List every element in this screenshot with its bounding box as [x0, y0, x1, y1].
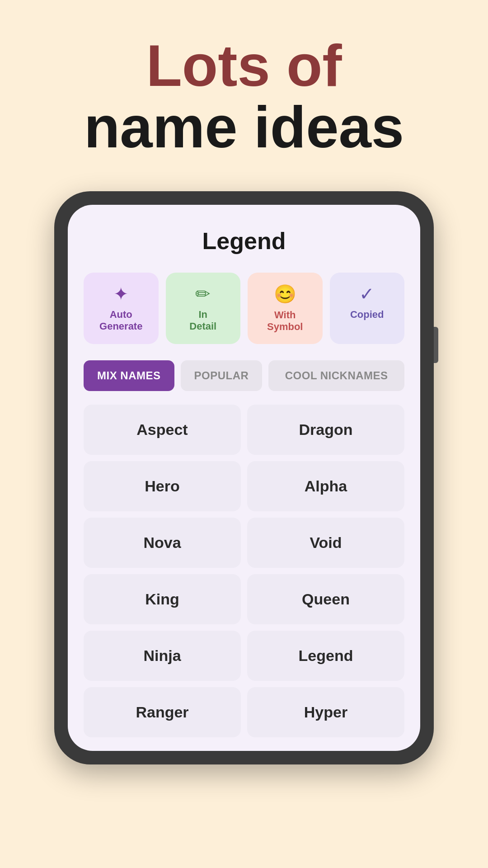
name-cell[interactable]: Hyper	[247, 687, 404, 737]
name-text: Ranger	[136, 703, 188, 721]
badge-auto-label: AutoGenerate	[99, 309, 142, 333]
wand-icon: ✦	[113, 283, 129, 304]
name-text: Void	[310, 534, 342, 552]
smiley-icon: 😊	[274, 283, 296, 305]
check-icon: ✓	[359, 283, 375, 304]
name-text: Queen	[302, 590, 350, 608]
hero-title-lots: Lots of	[146, 36, 342, 95]
name-cell[interactable]: King	[84, 574, 241, 624]
tab-cool-nicknames[interactable]: COOL NICKNAMES	[268, 360, 404, 391]
filter-tabs: MIX NAMES POPULAR COOL NICKNAMES	[84, 360, 404, 391]
badge-with-symbol-label: WithSymbol	[267, 309, 303, 333]
phone-side-button	[434, 327, 438, 363]
badge-with-symbol[interactable]: 😊 WithSymbol	[248, 273, 323, 344]
name-text: Aspect	[136, 421, 188, 439]
names-grid: AspectDragonHeroAlphaNovaVoidKingQueenNi…	[84, 405, 404, 737]
badge-copied[interactable]: ✓ Copied	[330, 273, 405, 344]
name-cell[interactable]: Ninja	[84, 631, 241, 681]
name-cell[interactable]: Alpha	[247, 461, 404, 511]
name-text: Alpha	[305, 477, 347, 495]
name-cell[interactable]: Aspect	[84, 405, 241, 455]
tab-mix-names[interactable]: MIX NAMES	[84, 360, 174, 391]
name-text: Dragon	[299, 421, 353, 439]
badge-auto-generate[interactable]: ✦ AutoGenerate	[84, 273, 159, 344]
badge-in-detail[interactable]: ✏ InDetail	[166, 273, 241, 344]
name-text: Hero	[145, 477, 179, 495]
name-text: Hyper	[304, 703, 347, 721]
name-cell[interactable]: Ranger	[84, 687, 241, 737]
name-text: Legend	[299, 647, 353, 665]
phone-content: Legend ✦ AutoGenerate ✏ InDetail 😊 WithS…	[68, 205, 420, 751]
name-cell[interactable]: Hero	[84, 461, 241, 511]
badge-in-detail-label: InDetail	[189, 309, 216, 333]
name-cell[interactable]: Queen	[247, 574, 404, 624]
screen-title: Legend	[84, 227, 404, 255]
name-text: King	[145, 590, 179, 608]
name-cell[interactable]: Dragon	[247, 405, 404, 455]
hero-title-name-ideas: name ideas	[84, 95, 404, 160]
name-text: Nova	[143, 534, 181, 552]
tab-popular[interactable]: POPULAR	[181, 360, 263, 391]
hero-section: Lots of name ideas	[0, 0, 488, 178]
name-cell[interactable]: Legend	[247, 631, 404, 681]
badge-copied-label: Copied	[350, 309, 384, 321]
legend-badges: ✦ AutoGenerate ✏ InDetail 😊 WithSymbol ✓…	[84, 273, 404, 344]
name-cell[interactable]: Void	[247, 518, 404, 568]
name-text: Ninja	[143, 647, 181, 665]
phone-frame: Legend ✦ AutoGenerate ✏ InDetail 😊 WithS…	[54, 191, 434, 764]
phone-screen: Legend ✦ AutoGenerate ✏ InDetail 😊 WithS…	[68, 205, 420, 751]
pencil-icon: ✏	[195, 283, 211, 304]
name-cell[interactable]: Nova	[84, 518, 241, 568]
